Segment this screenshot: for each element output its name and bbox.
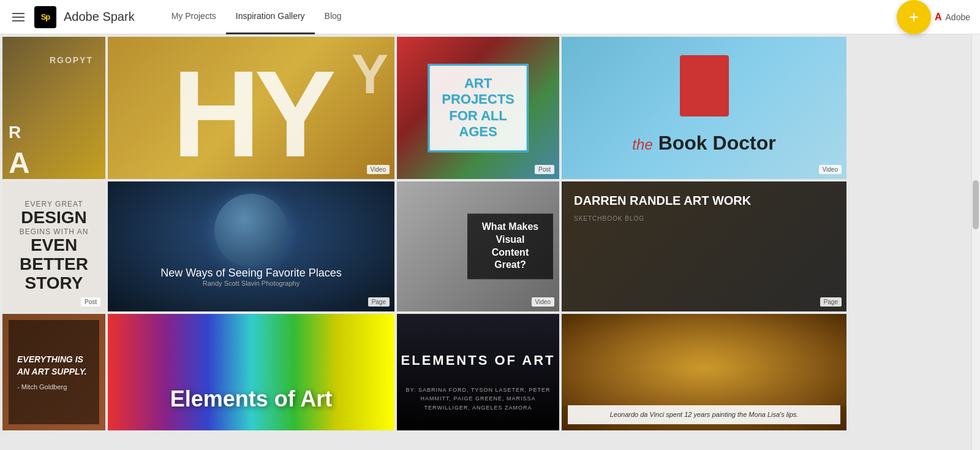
badge-post: Post: [81, 297, 100, 307]
visual-content-title: What Makes Visual Content Great?: [477, 221, 543, 272]
gallery: RGOPYT R A P HY Y Video ART PROJECTS FOR…: [0, 34, 980, 433]
design-line2: DESIGN: [21, 208, 86, 227]
art-supply-author: - Mitch Goldberg: [17, 383, 91, 391]
design-line1: EVERY GREAT: [24, 200, 83, 208]
gallery-item-book-doctor[interactable]: the Book Doctor Video: [562, 37, 846, 179]
darren-title: DARREN RANDLE ART WORK: [574, 194, 834, 208]
header-right: + A Adobe: [935, 12, 970, 23]
caption: New Ways of Seeing Favorite Places Randy…: [108, 267, 394, 287]
gallery-item-elements-dark[interactable]: ELEMENTS OF ART BY: SABRINA FORD, TYSON …: [397, 314, 559, 430]
caption-main: New Ways of Seeing Favorite Places: [108, 267, 394, 280]
art-title-line1: ART PROJECTS: [442, 75, 514, 108]
gallery-item-design-story[interactable]: EVERY GREAT DESIGN BEGINS WITH AN EVEN B…: [2, 181, 105, 311]
design-line5: STORY: [25, 274, 83, 293]
badge-post: Post: [535, 165, 554, 174]
design-line4: EVEN BETTER: [15, 236, 93, 274]
header-left: Sp Adobe Spark My Projects Inspiration G…: [10, 0, 352, 34]
caption-sub: Randy Scott Slavin Photography: [108, 280, 394, 287]
elements-dark-names: BY: SABRINA FORD, TYSON LASETER, PETER H…: [397, 386, 559, 412]
gallery-item-mona-lisa[interactable]: Leonardo da Vinci spent 12 years paintin…: [562, 314, 846, 430]
add-button[interactable]: +: [897, 0, 931, 34]
badge-video: Video: [367, 165, 390, 174]
gallery-item-new-ways[interactable]: New Ways of Seeing Favorite Places Randy…: [108, 181, 394, 311]
header: Sp Adobe Spark My Projects Inspiration G…: [0, 0, 980, 34]
book-title: the Book Doctor: [562, 132, 846, 154]
phy-text: HY: [179, 37, 323, 179]
planet-visual: [214, 194, 288, 267]
gallery-item-darren-randle[interactable]: DARREN RANDLE ART WORK SKETCHBOOK BLOG P…: [562, 181, 846, 311]
scrollbar-thumb[interactable]: [973, 180, 979, 229]
small-text: RGOPYT: [50, 55, 93, 65]
elements-dark-title: ELEMENTS OF ART: [401, 353, 556, 368]
app-logo[interactable]: Sp: [34, 6, 56, 28]
visual-content-box: What Makes Visual Content Great?: [467, 213, 553, 279]
nav-item-blog[interactable]: Blog: [315, 0, 352, 34]
art-supply-box: EVERYTHING IS AN ART SUPPLY. - Mitch Gol…: [9, 320, 99, 424]
design-text: EVERY GREAT DESIGN BEGINS WITH AN EVEN B…: [2, 181, 105, 311]
badge-video: Video: [532, 297, 554, 307]
scrollbar[interactable]: [971, 0, 980, 450]
gallery-item-visual-content[interactable]: What Makes Visual Content Great? Video: [397, 181, 559, 311]
background-overlay: [108, 314, 394, 430]
elements-colorful-title: Elements of Art: [108, 386, 394, 412]
app-name: Adobe Spark: [64, 10, 135, 24]
gallery-item-art-supply[interactable]: EVERYTHING IS AN ART SUPPLY. - Mitch Gol…: [2, 314, 105, 430]
mona-lisa-quote: Leonardo da Vinci spent 12 years paintin…: [568, 405, 840, 424]
badge-page: Page: [820, 297, 842, 307]
hamburger-menu[interactable]: [10, 10, 27, 24]
badge-page: Page: [368, 297, 390, 307]
design-line3: BEGINS WITH AN: [20, 227, 89, 236]
art-supply-quote: EVERYTHING IS AN ART SUPPLY.: [17, 354, 91, 378]
mona-lisa-face: [562, 314, 846, 406]
gallery-item-phy[interactable]: HY Y Video: [108, 37, 394, 179]
nav-item-inspiration-gallery[interactable]: Inspiration Gallery: [226, 0, 315, 34]
book-icon: [680, 55, 729, 116]
gallery-item-photography-field[interactable]: RGOPYT R A P: [2, 37, 105, 179]
darren-subtitle: SKETCHBOOK BLOG: [574, 215, 644, 222]
main-nav: My Projects Inspiration Gallery Blog: [162, 0, 352, 34]
nav-item-my-projects[interactable]: My Projects: [162, 0, 226, 34]
gallery-item-art-projects[interactable]: ART PROJECTS FOR ALL AGES Post: [397, 37, 559, 179]
adobe-logo: A Adobe: [935, 12, 970, 23]
badge-video: Video: [819, 165, 842, 174]
art-title-line2: FOR ALL AGES: [442, 108, 514, 140]
gallery-item-elements-colorful[interactable]: Elements of Art: [108, 314, 394, 430]
art-projects-box: ART PROJECTS FOR ALL AGES: [428, 64, 529, 152]
